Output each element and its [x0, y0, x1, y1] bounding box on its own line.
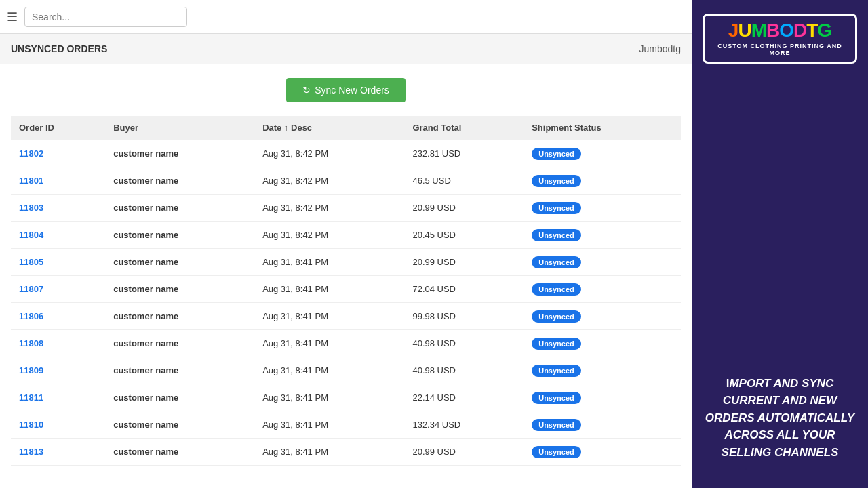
orders-tbody: 11802 customer name Aug 31, 8:42 PM 232.… — [11, 140, 681, 466]
cell-order-id: 11801 — [11, 167, 105, 195]
cell-order-id: 11809 — [11, 357, 105, 384]
cell-shipment-status: Unsynced — [524, 330, 681, 357]
cell-grand-total: 99.98 USD — [404, 303, 524, 330]
page-title: UNSYNCED ORDERS — [11, 43, 107, 54]
order-id-link[interactable]: 11803 — [19, 203, 43, 213]
col-shipment-status: Shipment Status — [524, 116, 681, 140]
status-badge: Unsynced — [532, 229, 581, 241]
logo-subtitle: CUSTOM CLOTHING PRINTING AND MORE — [711, 43, 848, 56]
table-row: 11809 customer name Aug 31, 8:41 PM 40.9… — [11, 357, 681, 384]
table-row: 11808 customer name Aug 31, 8:41 PM 40.9… — [11, 330, 681, 357]
status-badge: Unsynced — [532, 310, 581, 323]
cell-buyer: customer name — [105, 222, 254, 249]
right-panel: JumboDTG CUSTOM CLOTHING PRINTING AND MO… — [692, 0, 868, 488]
order-id-link[interactable]: 11809 — [19, 365, 43, 375]
cell-grand-total: 20.99 USD — [404, 195, 524, 222]
cell-order-id: 11810 — [11, 411, 105, 439]
cell-order-id: 11804 — [11, 222, 105, 249]
status-badge: Unsynced — [532, 148, 581, 160]
cell-buyer: customer name — [105, 384, 254, 411]
col-buyer: Buyer — [105, 116, 254, 140]
order-id-link[interactable]: 11804 — [19, 230, 43, 240]
order-id-link[interactable]: 11811 — [19, 392, 43, 403]
cell-buyer: customer name — [105, 276, 254, 303]
status-badge: Unsynced — [532, 419, 581, 431]
breadcrumb: Jumbodtg — [639, 43, 681, 54]
cell-order-id: 11807 — [11, 276, 105, 303]
order-id-link[interactable]: 11813 — [19, 447, 43, 457]
header: ☰ — [0, 0, 692, 34]
sync-icon: ↻ — [302, 85, 311, 96]
sync-button-label: Sync New Orders — [315, 85, 389, 96]
table-row: 11803 customer name Aug 31, 8:42 PM 20.9… — [11, 195, 681, 222]
order-id-link[interactable]: 11807 — [19, 284, 43, 294]
page-title-bar: UNSYNCED ORDERS Jumbodtg — [0, 34, 692, 64]
order-id-link[interactable]: 11810 — [19, 420, 43, 430]
cell-grand-total: 232.81 USD — [404, 140, 524, 167]
cell-shipment-status: Unsynced — [524, 167, 681, 195]
cell-grand-total: 132.34 USD — [404, 411, 524, 439]
cell-shipment-status: Unsynced — [524, 303, 681, 330]
table-row: 11805 customer name Aug 31, 8:41 PM 20.9… — [11, 249, 681, 276]
status-badge: Unsynced — [532, 283, 581, 296]
cell-grand-total: 20.99 USD — [404, 249, 524, 276]
cell-order-id: 11806 — [11, 303, 105, 330]
promo-text: Import and sync current and new orders a… — [703, 361, 857, 475]
status-badge: Unsynced — [532, 392, 581, 404]
cell-order-id: 11813 — [11, 439, 105, 466]
order-id-link[interactable]: 11805 — [19, 257, 43, 267]
cell-buyer: customer name — [105, 195, 254, 222]
cell-date: Aug 31, 8:41 PM — [254, 439, 404, 466]
table-row: 11801 customer name Aug 31, 8:42 PM 46.5… — [11, 167, 681, 195]
logo-box: JumboDTG CUSTOM CLOTHING PRINTING AND MO… — [703, 14, 857, 64]
table-row: 11802 customer name Aug 31, 8:42 PM 232.… — [11, 140, 681, 167]
cell-shipment-status: Unsynced — [524, 140, 681, 167]
cell-shipment-status: Unsynced — [524, 195, 681, 222]
order-id-link[interactable]: 11806 — [19, 311, 43, 321]
cell-grand-total: 72.04 USD — [404, 276, 524, 303]
status-badge: Unsynced — [532, 338, 581, 350]
menu-icon[interactable]: ☰ — [7, 9, 18, 24]
cell-date: Aug 31, 8:41 PM — [254, 384, 404, 411]
cell-order-id: 11802 — [11, 140, 105, 167]
cell-date: Aug 31, 8:42 PM — [254, 167, 404, 195]
order-id-link[interactable]: 11801 — [19, 176, 43, 186]
cell-shipment-status: Unsynced — [524, 411, 681, 439]
status-badge: Unsynced — [532, 202, 581, 214]
search-input[interactable] — [24, 7, 187, 27]
status-badge: Unsynced — [532, 256, 581, 268]
cell-buyer: customer name — [105, 303, 254, 330]
cell-buyer: customer name — [105, 411, 254, 439]
cell-order-id: 11803 — [11, 195, 105, 222]
status-badge: Unsynced — [532, 365, 581, 377]
content-area: ↻ Sync New Orders Order ID Buyer Date ↑ … — [0, 64, 692, 488]
cell-buyer: customer name — [105, 330, 254, 357]
status-badge: Unsynced — [532, 446, 581, 458]
order-id-link[interactable]: 11802 — [19, 148, 43, 159]
cell-grand-total: 46.5 USD — [404, 167, 524, 195]
sync-new-orders-button[interactable]: ↻ Sync New Orders — [286, 78, 406, 102]
cell-grand-total: 20.45 USD — [404, 222, 524, 249]
table-row: 11813 customer name Aug 31, 8:41 PM 20.9… — [11, 439, 681, 466]
cell-date: Aug 31, 8:41 PM — [254, 330, 404, 357]
cell-order-id: 11808 — [11, 330, 105, 357]
cell-buyer: customer name — [105, 357, 254, 384]
cell-shipment-status: Unsynced — [524, 357, 681, 384]
col-grand-total: Grand Total — [404, 116, 524, 140]
cell-date: Aug 31, 8:41 PM — [254, 249, 404, 276]
cell-order-id: 11811 — [11, 384, 105, 411]
table-row: 11810 customer name Aug 31, 8:41 PM 132.… — [11, 411, 681, 439]
cell-shipment-status: Unsynced — [524, 384, 681, 411]
cell-date: Aug 31, 8:41 PM — [254, 276, 404, 303]
logo-container: JumboDTG CUSTOM CLOTHING PRINTING AND MO… — [703, 14, 857, 64]
cell-buyer: customer name — [105, 167, 254, 195]
cell-order-id: 11805 — [11, 249, 105, 276]
order-id-link[interactable]: 11808 — [19, 338, 43, 348]
cell-shipment-status: Unsynced — [524, 439, 681, 466]
cell-date: Aug 31, 8:42 PM — [254, 140, 404, 167]
table-row: 11807 customer name Aug 31, 8:41 PM 72.0… — [11, 276, 681, 303]
table-header-row: Order ID Buyer Date ↑ Desc Grand Total S… — [11, 116, 681, 140]
col-date: Date ↑ Desc — [254, 116, 404, 140]
cell-shipment-status: Unsynced — [524, 222, 681, 249]
cell-shipment-status: Unsynced — [524, 276, 681, 303]
